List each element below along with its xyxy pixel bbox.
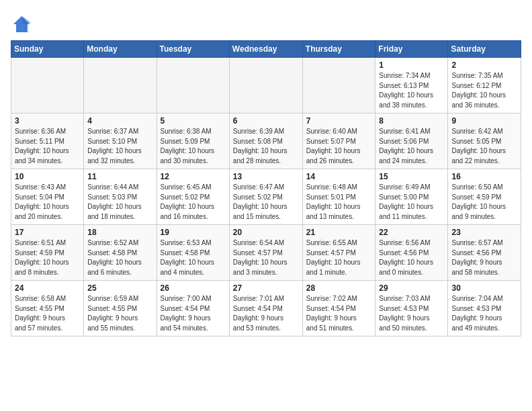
day-info: Sunrise: 7:34 AM Sunset: 6:13 PM Dayligh… [379,71,444,110]
column-header-tuesday: Tuesday [157,41,229,58]
day-number: 30 [451,283,517,293]
day-info: Sunrise: 6:56 AM Sunset: 4:56 PM Dayligh… [379,238,444,277]
day-cell [11,58,84,113]
day-cell: 2Sunrise: 7:35 AM Sunset: 6:12 PM Daylig… [448,58,521,113]
day-cell: 26Sunrise: 7:00 AM Sunset: 4:54 PM Dayli… [157,281,229,336]
column-header-thursday: Thursday [302,41,375,58]
day-cell: 28Sunrise: 7:02 AM Sunset: 4:54 PM Dayli… [302,281,375,336]
day-number: 13 [233,172,299,181]
day-info: Sunrise: 6:49 AM Sunset: 5:00 PM Dayligh… [379,183,444,222]
week-row-5: 24Sunrise: 6:58 AM Sunset: 4:55 PM Dayli… [11,281,521,336]
day-cell [157,58,229,113]
day-info: Sunrise: 6:52 AM Sunset: 4:58 PM Dayligh… [87,238,152,277]
day-cell: 20Sunrise: 6:54 AM Sunset: 4:57 PM Dayli… [229,225,302,281]
day-info: Sunrise: 6:41 AM Sunset: 5:06 PM Dayligh… [379,127,444,166]
day-info: Sunrise: 6:47 AM Sunset: 5:02 PM Dayligh… [233,183,299,222]
day-info: Sunrise: 7:35 AM Sunset: 6:12 PM Dayligh… [451,71,517,110]
day-info: Sunrise: 6:55 AM Sunset: 4:57 PM Dayligh… [306,238,372,277]
day-number: 26 [161,283,226,293]
day-cell: 22Sunrise: 6:56 AM Sunset: 4:56 PM Dayli… [375,225,448,281]
day-cell: 24Sunrise: 6:58 AM Sunset: 4:55 PM Dayli… [11,281,84,336]
day-cell: 27Sunrise: 7:01 AM Sunset: 4:54 PM Dayli… [229,281,302,336]
day-cell: 29Sunrise: 7:03 AM Sunset: 4:53 PM Dayli… [375,281,448,336]
day-number: 9 [451,116,517,126]
week-row-3: 10Sunrise: 6:43 AM Sunset: 5:04 PM Dayli… [11,169,521,225]
day-info: Sunrise: 6:43 AM Sunset: 5:04 PM Dayligh… [15,183,80,222]
day-number: 18 [87,228,152,237]
day-info: Sunrise: 6:57 AM Sunset: 4:56 PM Dayligh… [451,238,517,277]
day-number: 3 [15,116,80,126]
day-info: Sunrise: 6:44 AM Sunset: 5:03 PM Dayligh… [87,183,152,222]
day-info: Sunrise: 6:54 AM Sunset: 4:57 PM Dayligh… [233,238,299,277]
day-number: 21 [306,228,372,237]
day-number: 2 [451,60,517,70]
week-row-4: 17Sunrise: 6:51 AM Sunset: 4:59 PM Dayli… [11,225,521,281]
calendar: SundayMondayTuesdayWednesdayThursdayFrid… [11,40,521,336]
day-info: Sunrise: 6:40 AM Sunset: 5:07 PM Dayligh… [306,127,372,166]
day-number: 25 [87,283,152,293]
column-header-wednesday: Wednesday [229,41,302,58]
day-cell: 6Sunrise: 6:39 AM Sunset: 5:08 PM Daylig… [229,113,302,169]
day-cell: 17Sunrise: 6:51 AM Sunset: 4:59 PM Dayli… [11,225,84,281]
week-row-1: 1Sunrise: 7:34 AM Sunset: 6:13 PM Daylig… [11,58,521,113]
day-cell: 21Sunrise: 6:55 AM Sunset: 4:57 PM Dayli… [302,225,375,281]
day-number: 17 [15,228,80,237]
day-cell: 25Sunrise: 6:59 AM Sunset: 4:55 PM Dayli… [84,281,157,336]
logo [11,13,35,35]
day-cell: 1Sunrise: 7:34 AM Sunset: 6:13 PM Daylig… [375,58,448,113]
day-cell: 23Sunrise: 6:57 AM Sunset: 4:56 PM Dayli… [448,225,521,281]
day-info: Sunrise: 6:50 AM Sunset: 4:59 PM Dayligh… [451,183,517,222]
day-info: Sunrise: 6:38 AM Sunset: 5:09 PM Dayligh… [161,127,226,166]
header [11,11,521,35]
column-header-sunday: Sunday [11,41,84,58]
day-number: 10 [15,172,80,181]
day-cell: 15Sunrise: 6:49 AM Sunset: 5:00 PM Dayli… [375,169,448,225]
day-number: 27 [233,283,299,293]
day-cell [84,58,157,113]
logo-icon [11,13,32,35]
day-number: 6 [233,116,299,126]
day-info: Sunrise: 6:37 AM Sunset: 5:10 PM Dayligh… [87,127,152,166]
day-cell: 30Sunrise: 7:04 AM Sunset: 4:53 PM Dayli… [448,281,521,336]
day-info: Sunrise: 6:36 AM Sunset: 5:11 PM Dayligh… [15,127,80,166]
day-info: Sunrise: 7:02 AM Sunset: 4:54 PM Dayligh… [306,294,372,333]
day-info: Sunrise: 7:01 AM Sunset: 4:54 PM Dayligh… [233,294,299,333]
day-number: 19 [161,228,226,237]
day-info: Sunrise: 6:45 AM Sunset: 5:02 PM Dayligh… [161,183,226,222]
column-header-monday: Monday [84,41,157,58]
day-cell: 10Sunrise: 6:43 AM Sunset: 5:04 PM Dayli… [11,169,84,225]
day-number: 14 [306,172,372,181]
week-row-2: 3Sunrise: 6:36 AM Sunset: 5:11 PM Daylig… [11,113,521,169]
day-number: 5 [161,116,226,126]
day-info: Sunrise: 7:04 AM Sunset: 4:53 PM Dayligh… [451,294,517,333]
day-number: 22 [379,228,444,237]
day-cell: 7Sunrise: 6:40 AM Sunset: 5:07 PM Daylig… [302,113,375,169]
day-cell: 19Sunrise: 6:53 AM Sunset: 4:58 PM Dayli… [157,225,229,281]
day-cell: 4Sunrise: 6:37 AM Sunset: 5:10 PM Daylig… [84,113,157,169]
day-cell: 5Sunrise: 6:38 AM Sunset: 5:09 PM Daylig… [157,113,229,169]
day-number: 12 [161,172,226,181]
day-number: 28 [306,283,372,293]
day-cell: 18Sunrise: 6:52 AM Sunset: 4:58 PM Dayli… [84,225,157,281]
day-cell: 14Sunrise: 6:48 AM Sunset: 5:01 PM Dayli… [302,169,375,225]
day-info: Sunrise: 6:42 AM Sunset: 5:05 PM Dayligh… [451,127,517,166]
day-info: Sunrise: 6:59 AM Sunset: 4:55 PM Dayligh… [87,294,152,333]
day-number: 11 [87,172,152,181]
day-number: 20 [233,228,299,237]
day-cell [229,58,302,113]
day-info: Sunrise: 6:51 AM Sunset: 4:59 PM Dayligh… [15,238,80,277]
day-number: 29 [379,283,444,293]
column-header-friday: Friday [375,41,448,58]
day-number: 8 [379,116,444,126]
day-number: 7 [306,116,372,126]
day-cell: 11Sunrise: 6:44 AM Sunset: 5:03 PM Dayli… [84,169,157,225]
day-cell: 3Sunrise: 6:36 AM Sunset: 5:11 PM Daylig… [11,113,84,169]
calendar-header-row: SundayMondayTuesdayWednesdayThursdayFrid… [11,41,521,58]
column-header-saturday: Saturday [448,41,521,58]
day-info: Sunrise: 6:53 AM Sunset: 4:58 PM Dayligh… [161,238,226,277]
day-cell: 8Sunrise: 6:41 AM Sunset: 5:06 PM Daylig… [375,113,448,169]
day-number: 24 [15,283,80,293]
day-cell: 16Sunrise: 6:50 AM Sunset: 4:59 PM Dayli… [448,169,521,225]
day-info: Sunrise: 7:03 AM Sunset: 4:53 PM Dayligh… [379,294,444,333]
day-cell [302,58,375,113]
